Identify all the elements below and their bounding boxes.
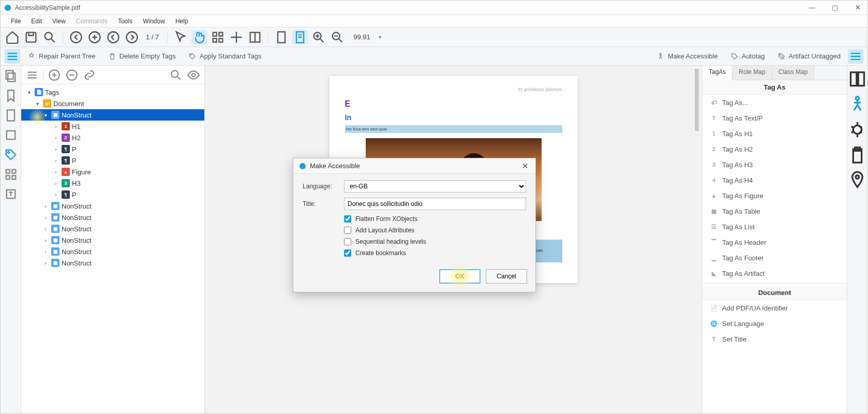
zoom-in-icon[interactable] (311, 30, 326, 45)
tag-tree[interactable]: ▾📄Tags ▾📁Document ▾▦NonStruct ›1H1 ›2H2 … (21, 84, 204, 413)
create-bookmarks-checkbox[interactable]: Create bookmarks (344, 249, 526, 257)
tagas-h1[interactable]: 1Tag As H1 (702, 126, 847, 141)
menu-tools[interactable]: Tools (113, 16, 138, 26)
tree-document[interactable]: ▾📁Document (21, 98, 204, 109)
tree-nonstruct[interactable]: ›▦NonStruct (21, 200, 204, 212)
cancel-button[interactable]: Cancel (486, 269, 527, 284)
tree-nonstruct[interactable]: ›▦NonStruct (21, 212, 204, 223)
layout-attrs-checkbox[interactable]: Add Layout Attributes (344, 227, 526, 234)
tagas-h3[interactable]: 3Tag As H3 (702, 157, 847, 172)
first-page-icon[interactable] (68, 30, 84, 45)
tree-nonstruct[interactable]: ›▦NonStruct (21, 223, 204, 234)
rail-tags-icon[interactable] (4, 147, 18, 162)
tab-rolemap[interactable]: Role Map (732, 66, 772, 80)
rail-r-clipboard-icon[interactable] (847, 145, 867, 165)
tagas-h4[interactable]: 4Tag As H4 (702, 172, 847, 188)
doc-active-icon[interactable] (292, 30, 308, 45)
rail-r-pin-icon[interactable] (847, 170, 867, 190)
zoom-dropdown-icon[interactable]: ▾ (379, 34, 381, 40)
tree-h2[interactable]: ›2H2 (21, 132, 204, 143)
grid-icon[interactable] (210, 30, 226, 45)
tree-h1[interactable]: ›1H1 (21, 121, 204, 132)
rail-bookmark-icon[interactable] (4, 88, 18, 103)
maximize-button[interactable]: ▢ (828, 3, 842, 13)
tree-nonstruct[interactable]: ›▦NonStruct (21, 257, 204, 269)
remove-icon[interactable] (65, 68, 79, 82)
tagas-text[interactable]: TTag As Text/P (702, 110, 847, 126)
tagas-h2[interactable]: 2Tag As H2 (702, 141, 847, 157)
save-icon[interactable] (23, 30, 39, 45)
ok-button[interactable]: OK (439, 269, 481, 284)
flatten-checkbox[interactable]: Flatten Form XObjects (344, 215, 526, 223)
sequential-headings-checkbox[interactable]: Sequential heading levels (344, 238, 526, 245)
menu-window[interactable]: Window (138, 16, 170, 26)
rail-grid-icon[interactable] (4, 167, 18, 182)
tree-p[interactable]: ›¶P (21, 155, 204, 166)
next-nav-icon[interactable] (124, 30, 140, 45)
minimize-button[interactable]: — (805, 3, 819, 13)
left-panel-toggle[interactable] (5, 49, 20, 64)
title-input[interactable] (344, 198, 526, 210)
rail-page-icon[interactable] (4, 108, 18, 123)
right-panel-toggle[interactable] (848, 49, 863, 64)
tagas-figure[interactable]: ▲Tag As Figure (702, 188, 847, 203)
pan-icon[interactable] (229, 30, 244, 45)
tree-figure[interactable]: ›▲Figure (21, 166, 204, 178)
tab-tagas[interactable]: TagAs (702, 66, 732, 80)
tagas-footer[interactable]: ▁Tag As Footer (702, 250, 847, 265)
prev-nav-icon[interactable] (106, 30, 121, 45)
doc-icon[interactable] (274, 30, 289, 45)
home-icon[interactable] (5, 30, 20, 45)
tagas-list[interactable]: ☰Tag As List (702, 219, 847, 234)
next-page-icon[interactable] (87, 30, 102, 45)
zoom-value[interactable]: 99.91 (348, 33, 376, 41)
tree-nonstruct[interactable]: ›▦NonStruct (21, 246, 204, 257)
set-language[interactable]: 🌐Set Language (702, 316, 847, 331)
language-select[interactable]: en-GB (344, 180, 526, 193)
menu-help[interactable]: Help (170, 16, 193, 26)
menu-commands[interactable]: Commands (71, 16, 113, 26)
pointer-icon[interactable] (173, 30, 188, 45)
add-icon[interactable] (48, 68, 61, 82)
menu-file[interactable]: File (6, 16, 26, 26)
apply-standard-tags-button[interactable]: Apply Standard Tags (183, 50, 267, 63)
tagas-artifact[interactable]: ◣Tag As Artifact (702, 265, 847, 281)
tree-root[interactable]: ▾📄Tags (21, 86, 204, 98)
link-icon[interactable] (83, 68, 96, 82)
tagas-generic[interactable]: 🏷Tag As... (702, 95, 847, 110)
hand-tool-icon[interactable] (191, 30, 207, 45)
rail-r-book-icon[interactable] (847, 69, 867, 89)
tree-nonstruct[interactable]: ›▦NonStruct (21, 234, 204, 246)
tagas-table[interactable]: ▦Tag As Table (702, 203, 847, 219)
panel-menu-icon[interactable] (25, 68, 39, 82)
zoom-out-icon[interactable] (330, 30, 345, 45)
artifact-untagged-button[interactable]: Artifact Untagged (772, 50, 846, 63)
set-title[interactable]: TSet Title (702, 331, 847, 347)
tree-p[interactable]: ›¶P (21, 189, 204, 200)
repair-parent-tree-button[interactable]: Repair Parent Tree (22, 50, 101, 63)
scrollbar-thumb[interactable] (695, 69, 699, 131)
page-indicator[interactable]: 1 / 7 (143, 33, 162, 41)
panel-search-icon[interactable] (169, 68, 183, 82)
menu-edit[interactable]: Edit (26, 16, 47, 26)
rail-r-bug-icon[interactable] (847, 120, 867, 140)
layout-icon[interactable] (247, 30, 263, 45)
search-icon[interactable] (42, 30, 57, 45)
dialog-close-button[interactable]: ✕ (520, 161, 530, 171)
tree-h3[interactable]: ›3H3 (21, 178, 204, 189)
rail-layers-icon[interactable] (4, 128, 18, 142)
delete-empty-tags-button[interactable]: Delete Empty Tags (103, 50, 181, 63)
rail-text-icon[interactable] (4, 187, 18, 201)
close-button[interactable]: ✕ (851, 3, 864, 13)
make-accessible-button[interactable]: Make Accessible (651, 50, 723, 63)
visibility-icon[interactable] (187, 68, 200, 82)
tree-nonstruct-selected[interactable]: ▾▦NonStruct (21, 109, 204, 121)
rail-copy-icon[interactable] (4, 69, 18, 83)
menu-view[interactable]: View (47, 16, 71, 26)
autotag-button[interactable]: Autotag (725, 50, 770, 63)
tagas-header[interactable]: ▔Tag As Header (702, 234, 847, 250)
add-pdfua-identifier[interactable]: 📄Add PDF/UA Identifier (702, 300, 847, 316)
rail-r-accessible-icon[interactable] (847, 94, 867, 114)
tree-p[interactable]: ›¶P (21, 143, 204, 155)
tab-classmap[interactable]: Class Map (772, 66, 815, 80)
